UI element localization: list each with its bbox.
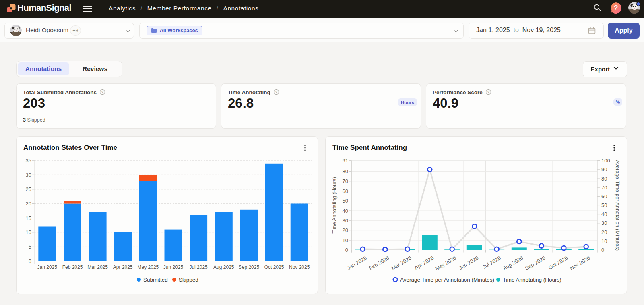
svg-text:70: 70 [343,178,348,184]
svg-text:80: 80 [343,168,348,174]
svg-text:Jun 2025: Jun 2025 [163,264,184,270]
svg-text:Feb 2025: Feb 2025 [62,264,83,270]
svg-text:30: 30 [26,172,31,178]
svg-text:Jul 2025: Jul 2025 [189,264,208,270]
svg-text:Apr 2025: Apr 2025 [113,264,133,270]
svg-text:Nov 2025: Nov 2025 [289,264,310,270]
svg-text:40: 40 [343,208,348,214]
svg-text:Average Time per Annotation (M: Average Time per Annotation (Minutes) [615,160,621,251]
svg-text:50: 50 [343,198,348,204]
svg-text:Jan 2025: Jan 2025 [37,264,58,270]
svg-text:Jul 2025: Jul 2025 [482,255,502,270]
svg-text:Jun 2025: Jun 2025 [458,255,479,271]
svg-text:Average Time per Annotation (M: Average Time per Annotation (Minutes) [400,277,494,283]
svg-text:10: 10 [26,229,31,235]
svg-text:20: 20 [343,227,348,233]
svg-text:80: 80 [601,176,607,182]
svg-text:?: ? [487,90,489,94]
svg-text:Oct 2025: Oct 2025 [264,264,284,270]
svg-text:Oct 2025: Oct 2025 [547,255,569,271]
svg-text:90: 90 [601,166,607,172]
svg-text:40: 40 [601,211,607,217]
svg-text:Feb 2025: Feb 2025 [368,255,390,271]
svg-text:0: 0 [601,247,604,253]
svg-text:Time Annotating (Hours): Time Annotating (Hours) [503,277,561,283]
svg-text:Mar 2025: Mar 2025 [87,264,108,270]
svg-text:30: 30 [601,220,607,226]
svg-text:50: 50 [601,202,607,208]
svg-text:15: 15 [26,215,31,221]
svg-text:May 2025: May 2025 [434,255,457,272]
svg-text:Aug 2025: Aug 2025 [213,264,234,270]
svg-text:20: 20 [26,201,31,207]
svg-text:?: ? [275,90,277,94]
svg-text:10: 10 [343,237,348,243]
svg-text:Time Annotating (Hours): Time Annotating (Hours) [331,177,337,233]
svg-text:Sep 2025: Sep 2025 [524,255,547,272]
svg-text:?: ? [101,90,103,94]
svg-text:0: 0 [345,247,348,253]
svg-text:35: 35 [26,158,31,164]
svg-text:Apr 2025: Apr 2025 [413,255,435,271]
svg-text:Aug 2025: Aug 2025 [502,255,524,272]
svg-text:Nov 2025: Nov 2025 [569,255,591,272]
svg-text:?: ? [614,4,618,12]
svg-text:Mar 2025: Mar 2025 [390,255,413,271]
svg-text:5: 5 [29,244,31,250]
svg-text:May 2025: May 2025 [138,264,159,270]
svg-text:Submitted: Submitted [143,277,168,283]
svg-text:Jan 2025: Jan 2025 [346,255,368,271]
svg-text:70: 70 [601,185,607,191]
svg-text:30: 30 [343,218,348,224]
svg-text:20: 20 [601,229,607,235]
svg-text:10: 10 [601,238,607,244]
svg-text:0: 0 [29,258,31,264]
svg-text:Skipped: Skipped [179,277,198,283]
svg-text:91: 91 [343,158,348,164]
svg-text:25: 25 [26,186,31,192]
svg-text:100: 100 [601,158,610,164]
svg-text:60: 60 [343,188,348,194]
svg-text:Sep 2025: Sep 2025 [239,264,260,270]
svg-text:60: 60 [601,193,607,199]
